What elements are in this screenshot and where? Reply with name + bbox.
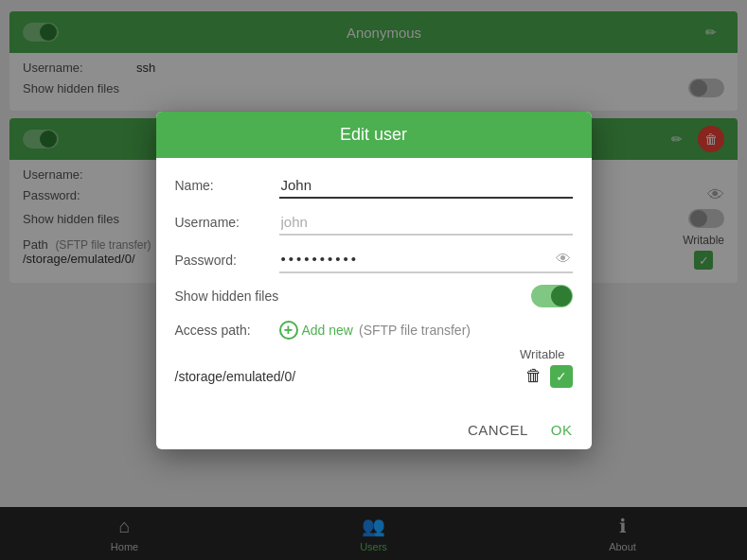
name-label: Name: <box>175 178 279 193</box>
password-row: Password: 👁 <box>175 247 573 273</box>
add-new-button[interactable]: + Add new (SFTP file transfer) <box>279 321 471 340</box>
password-input[interactable] <box>281 251 556 267</box>
show-hidden-toggle[interactable] <box>531 285 573 307</box>
delete-path-button[interactable]: 🗑 <box>525 366 542 386</box>
show-hidden-row: Show hidden files <box>175 285 573 307</box>
username-row: Username: <box>175 210 573 236</box>
password-eye-icon[interactable]: 👁 <box>556 251 571 268</box>
show-hidden-files-label: Show hidden files <box>175 289 531 304</box>
name-input[interactable] <box>279 173 573 199</box>
password-label: Password: <box>175 253 279 268</box>
username-label: Username: <box>175 215 279 230</box>
path-row: /storage/emulated/0/ 🗑 ✓ <box>175 365 573 388</box>
ok-button[interactable]: OK <box>551 422 573 438</box>
writable-check-button[interactable]: ✓ <box>550 365 573 388</box>
path-value: /storage/emulated/0/ <box>175 369 525 384</box>
access-path-row: Access path: + Add new (SFTP file transf… <box>175 321 573 340</box>
add-new-circle-icon: + <box>279 321 298 340</box>
access-path-label: Access path: <box>175 323 279 338</box>
path-section: Writable /storage/emulated/0/ 🗑 ✓ <box>175 347 573 388</box>
dialog-footer: CANCEL OK <box>156 411 592 449</box>
dialog-title: Edit user <box>156 112 592 158</box>
cancel-button[interactable]: CANCEL <box>468 422 528 438</box>
add-new-label: Add new <box>302 323 353 338</box>
add-new-suffix: (SFTP file transfer) <box>359 323 471 338</box>
edit-user-dialog: Edit user Name: Username: Password: 👁 <box>156 112 592 449</box>
name-row: Name: <box>175 173 573 199</box>
username-input[interactable] <box>279 210 573 236</box>
modal-overlay: Edit user Name: Username: Password: 👁 <box>0 0 747 560</box>
writable-header-label: Writable <box>516 347 573 361</box>
